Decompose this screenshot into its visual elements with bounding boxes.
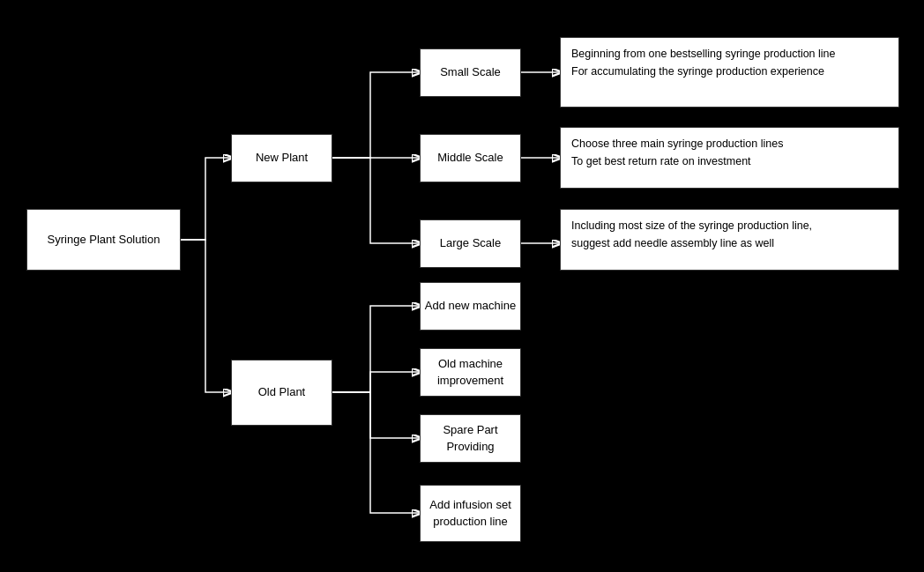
old-machine-improvement-node: Old machine improvement [420, 348, 521, 397]
diagram: Syringe Plant Solution New Plant Old Pla… [0, 0, 924, 572]
small-scale-label: Small Scale [440, 64, 501, 80]
new-plant-label: New Plant [256, 150, 308, 166]
desc-large-line1: Including most size of the syringe produ… [571, 217, 812, 252]
old-machine-improvement-label: Old machine improvement [421, 356, 520, 388]
desc-middle-node: Choose three main syringe production lin… [560, 127, 899, 189]
add-infusion-node: Add infusion set production line [420, 485, 521, 542]
large-scale-label: Large Scale [440, 235, 501, 251]
add-infusion-label: Add infusion set production line [421, 497, 520, 529]
add-new-machine-label: Add new machine [425, 298, 516, 314]
large-scale-node: Large Scale [420, 219, 521, 268]
small-scale-node: Small Scale [420, 48, 521, 97]
desc-small-line1: Beginning from one bestselling syringe p… [571, 45, 836, 80]
desc-small-node: Beginning from one bestselling syringe p… [560, 37, 899, 108]
old-plant-node: Old Plant [231, 360, 332, 426]
middle-scale-node: Middle Scale [420, 134, 521, 182]
spare-part-node: Spare Part Providing [420, 414, 521, 463]
root-node: Syringe Plant Solution [26, 209, 181, 271]
root-label: Syringe Plant Solution [48, 232, 160, 248]
add-new-machine-node: Add new machine [420, 282, 521, 331]
old-plant-label: Old Plant [258, 384, 305, 400]
spare-part-label: Spare Part Providing [421, 422, 520, 454]
desc-middle-line1: Choose three main syringe production lin… [571, 135, 783, 170]
middle-scale-label: Middle Scale [437, 150, 503, 166]
desc-large-node: Including most size of the syringe produ… [560, 209, 899, 271]
new-plant-node: New Plant [231, 134, 332, 182]
